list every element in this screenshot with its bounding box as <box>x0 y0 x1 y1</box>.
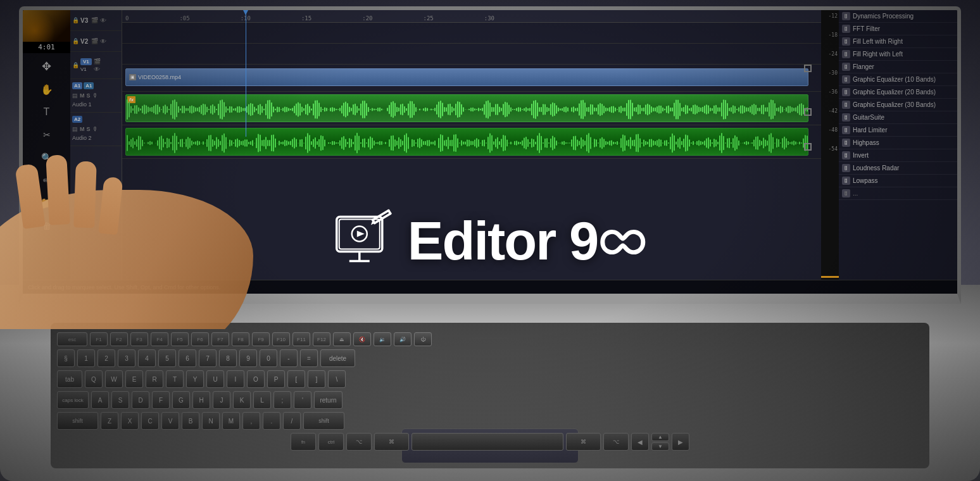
svg-rect-123 <box>360 104 361 116</box>
effect-item-eq10[interactable]: 🎛 Graphic Equalizer (10 Bands) <box>839 73 957 86</box>
svg-rect-646 <box>672 134 673 153</box>
svg-rect-426 <box>254 143 255 144</box>
svg-rect-253 <box>607 108 608 111</box>
svg-rect-702 <box>778 139 779 147</box>
effect-item-hard-limiter[interactable]: 🎛 Hard Limiter <box>839 124 957 137</box>
video-icon-v2: 🎬 <box>91 38 98 44</box>
svg-rect-389 <box>184 142 185 144</box>
svg-rect-308 <box>712 108 713 111</box>
svg-rect-428 <box>258 134 259 153</box>
svg-rect-378 <box>163 139 164 147</box>
svg-rect-71 <box>261 106 263 113</box>
effect-item-invert[interactable]: 🎛 Invert <box>839 149 957 162</box>
svg-rect-700 <box>774 142 776 143</box>
track-active-btn-a1[interactable]: A1 <box>72 82 82 89</box>
track-btn-a2[interactable]: A2 <box>72 116 82 123</box>
svg-rect-139 <box>391 102 392 116</box>
text-tool-icon[interactable]: T <box>35 103 58 122</box>
svg-rect-634 <box>649 139 650 147</box>
svg-rect-544 <box>478 139 479 147</box>
svg-rect-560 <box>508 142 510 143</box>
track-label-v2: V2 <box>80 38 88 45</box>
folder-icon[interactable]: 📁 <box>35 194 58 213</box>
solo-btn-a1[interactable]: S <box>87 92 91 99</box>
svg-rect-433 <box>267 140 268 146</box>
svg-rect-628 <box>638 134 639 153</box>
svg-rect-669 <box>715 139 717 146</box>
effect-item-eq30[interactable]: 🎛 Graphic Equalizer (30 Bands) <box>839 99 957 111</box>
svg-rect-290 <box>677 100 679 120</box>
video-clip[interactable]: ▣ VIDEO0258.mp4 <box>125 68 808 86</box>
svg-rect-312 <box>719 107 720 111</box>
effect-item-fft[interactable]: 🎛 FFT Filter <box>839 23 957 35</box>
svg-rect-21 <box>166 106 168 113</box>
svg-rect-553 <box>495 139 496 147</box>
svg-rect-483 <box>362 139 363 147</box>
svg-rect-660 <box>698 140 700 146</box>
effect-item-fill-left[interactable]: 🎛 Fill Left with Right <box>839 35 957 48</box>
audio-clip-a2[interactable] <box>125 128 808 156</box>
track-header-a1: A1 A1 ▤ M S 🎙 Audio 1 <box>70 79 122 113</box>
mute-btn-a2[interactable]: M <box>80 126 85 132</box>
svg-rect-414 <box>231 141 232 146</box>
svg-rect-486 <box>368 139 369 147</box>
svg-rect-688 <box>751 142 753 144</box>
effect-item-flanger[interactable]: 🎛 Flanger <box>839 61 957 73</box>
svg-rect-39 <box>201 105 202 115</box>
svg-rect-627 <box>636 134 637 152</box>
svg-rect-445 <box>290 141 291 146</box>
svg-rect-235 <box>573 106 574 113</box>
svg-rect-475 <box>347 142 348 144</box>
svg-rect-239 <box>581 100 582 118</box>
svg-rect-607 <box>598 142 599 144</box>
effect-item-more[interactable]: 🎛 ... <box>839 187 957 200</box>
svg-rect-240 <box>582 100 584 120</box>
svg-rect-609 <box>601 137 603 149</box>
svg-rect-294 <box>685 105 686 115</box>
pen-tool-icon[interactable]: ✏ <box>35 171 58 190</box>
effect-item-lowpass[interactable]: 🎛 Lowpass <box>839 175 957 187</box>
svg-rect-15 <box>155 104 156 115</box>
svg-rect-548 <box>486 142 487 144</box>
effect-item-dynamics[interactable]: 🎛 Dynamics Processing <box>839 10 957 23</box>
ruler-mark-3: :15 <box>301 15 311 22</box>
svg-rect-460 <box>318 139 320 147</box>
effect-item-eq20[interactable]: 🎛 Graphic Equalizer (20 Bands) <box>839 86 957 99</box>
razor-tool-icon[interactable]: ✂ <box>35 125 58 144</box>
svg-rect-465 <box>328 142 329 144</box>
effect-item-guitarsuite[interactable]: 🎛 GuitarSuite <box>839 111 957 124</box>
mute-btn-a1[interactable]: M <box>80 92 85 99</box>
svg-rect-107 <box>330 108 331 111</box>
svg-rect-597 <box>579 141 580 145</box>
trash-icon[interactable]: 🗑 <box>35 216 58 235</box>
zoom-tool-icon[interactable]: 🔍 <box>35 148 58 167</box>
svg-rect-425 <box>252 140 253 146</box>
audio-clip-a1[interactable]: fx <box>125 94 808 122</box>
svg-rect-23 <box>170 104 172 115</box>
svg-rect-50 <box>222 99 223 119</box>
svg-rect-324 <box>742 105 743 114</box>
effects-items-list: 🎛 Dynamics Processing 🎛 FFT Filter 🎛 Fil… <box>839 10 957 294</box>
track-header-v2: 🔒 V2 🎬 👁 <box>70 31 122 52</box>
selection-tool-icon[interactable]: ✥ <box>35 57 58 76</box>
track-active-btn-v1[interactable]: V1 <box>80 58 92 65</box>
effect-item-highpass[interactable]: 🎛 Highpass <box>839 137 957 149</box>
svg-rect-461 <box>320 135 322 151</box>
svg-rect-567 <box>522 141 523 146</box>
track-secondary-btn-a1[interactable]: A1 <box>84 82 94 89</box>
svg-rect-89 <box>296 103 297 115</box>
effect-item-fill-right[interactable]: 🎛 Fill Right with Left <box>839 48 957 61</box>
svg-rect-434 <box>269 140 270 146</box>
svg-rect-342 <box>776 108 777 111</box>
svg-rect-538 <box>467 139 468 146</box>
solo-btn-a2[interactable]: S <box>87 126 91 132</box>
svg-rect-234 <box>571 108 572 112</box>
svg-rect-377 <box>161 135 162 150</box>
svg-rect-314 <box>723 99 724 119</box>
svg-rect-97 <box>311 108 312 110</box>
svg-rect-22 <box>168 109 170 110</box>
effect-item-loudness[interactable]: 🎛 Loudness Radar <box>839 162 957 175</box>
hand-tool-icon[interactable]: ✋ <box>35 80 58 99</box>
svg-rect-599 <box>582 139 584 147</box>
svg-rect-137 <box>387 108 388 111</box>
